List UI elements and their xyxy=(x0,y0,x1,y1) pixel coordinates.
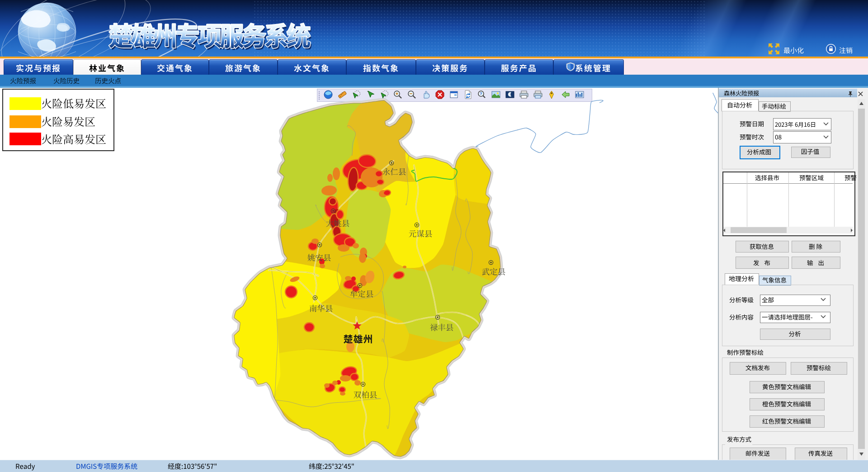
svg-text:?: ? xyxy=(480,91,482,96)
